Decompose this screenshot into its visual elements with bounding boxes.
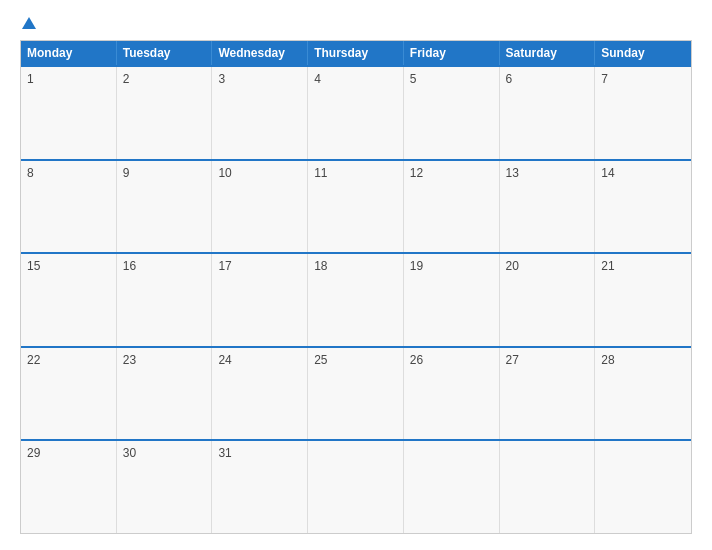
day-number: 19 <box>410 259 423 273</box>
logo-triangle-icon <box>22 17 36 29</box>
day-number: 13 <box>506 166 519 180</box>
calendar-day-header: Sunday <box>595 41 691 65</box>
day-number: 7 <box>601 72 608 86</box>
page-header <box>20 16 692 32</box>
day-number: 15 <box>27 259 40 273</box>
calendar-week-row: 891011121314 <box>21 159 691 253</box>
calendar-day-cell: 19 <box>404 254 500 346</box>
logo-top <box>20 16 36 32</box>
day-number: 3 <box>218 72 225 86</box>
day-number: 23 <box>123 353 136 367</box>
calendar-header: MondayTuesdayWednesdayThursdayFridaySatu… <box>21 41 691 65</box>
calendar-empty-cell <box>404 441 500 533</box>
day-number: 10 <box>218 166 231 180</box>
calendar-day-cell: 25 <box>308 348 404 440</box>
day-number: 11 <box>314 166 327 180</box>
calendar-week-row: 15161718192021 <box>21 252 691 346</box>
calendar-day-cell: 10 <box>212 161 308 253</box>
day-number: 1 <box>27 72 34 86</box>
calendar-day-header: Thursday <box>308 41 404 65</box>
day-number: 30 <box>123 446 136 460</box>
day-number: 9 <box>123 166 130 180</box>
calendar-day-cell: 6 <box>500 67 596 159</box>
calendar-day-cell: 9 <box>117 161 213 253</box>
calendar-day-cell: 8 <box>21 161 117 253</box>
day-number: 18 <box>314 259 327 273</box>
calendar-day-header: Monday <box>21 41 117 65</box>
day-number: 8 <box>27 166 34 180</box>
calendar-day-cell: 24 <box>212 348 308 440</box>
calendar-page: MondayTuesdayWednesdayThursdayFridaySatu… <box>0 0 712 550</box>
calendar-empty-cell <box>308 441 404 533</box>
calendar-day-cell: 17 <box>212 254 308 346</box>
calendar-day-header: Friday <box>404 41 500 65</box>
calendar-day-cell: 5 <box>404 67 500 159</box>
day-number: 24 <box>218 353 231 367</box>
day-number: 31 <box>218 446 231 460</box>
day-number: 22 <box>27 353 40 367</box>
calendar-day-cell: 13 <box>500 161 596 253</box>
day-number: 25 <box>314 353 327 367</box>
day-number: 12 <box>410 166 423 180</box>
day-number: 4 <box>314 72 321 86</box>
day-number: 6 <box>506 72 513 86</box>
calendar-empty-cell <box>500 441 596 533</box>
calendar-day-cell: 31 <box>212 441 308 533</box>
calendar-day-cell: 15 <box>21 254 117 346</box>
calendar-day-header: Saturday <box>500 41 596 65</box>
day-number: 27 <box>506 353 519 367</box>
day-number: 5 <box>410 72 417 86</box>
calendar-day-cell: 27 <box>500 348 596 440</box>
calendar-week-row: 22232425262728 <box>21 346 691 440</box>
calendar-day-header: Tuesday <box>117 41 213 65</box>
day-number: 26 <box>410 353 423 367</box>
calendar-day-cell: 26 <box>404 348 500 440</box>
calendar-day-cell: 16 <box>117 254 213 346</box>
day-number: 17 <box>218 259 231 273</box>
calendar-day-cell: 11 <box>308 161 404 253</box>
calendar-day-cell: 4 <box>308 67 404 159</box>
day-number: 21 <box>601 259 614 273</box>
calendar-day-cell: 23 <box>117 348 213 440</box>
calendar-day-cell: 12 <box>404 161 500 253</box>
day-number: 28 <box>601 353 614 367</box>
calendar-day-header: Wednesday <box>212 41 308 65</box>
calendar-day-cell: 21 <box>595 254 691 346</box>
calendar-day-cell: 29 <box>21 441 117 533</box>
day-number: 14 <box>601 166 614 180</box>
calendar-empty-cell <box>595 441 691 533</box>
calendar-day-cell: 18 <box>308 254 404 346</box>
day-number: 2 <box>123 72 130 86</box>
calendar-day-cell: 20 <box>500 254 596 346</box>
calendar-day-cell: 30 <box>117 441 213 533</box>
calendar-grid: MondayTuesdayWednesdayThursdayFridaySatu… <box>20 40 692 534</box>
calendar-body: 1234567891011121314151617181920212223242… <box>21 65 691 533</box>
calendar-day-cell: 1 <box>21 67 117 159</box>
calendar-day-cell: 2 <box>117 67 213 159</box>
calendar-day-cell: 14 <box>595 161 691 253</box>
day-number: 29 <box>27 446 40 460</box>
calendar-week-row: 1234567 <box>21 65 691 159</box>
calendar-day-cell: 3 <box>212 67 308 159</box>
calendar-week-row: 293031 <box>21 439 691 533</box>
calendar-day-cell: 28 <box>595 348 691 440</box>
day-number: 16 <box>123 259 136 273</box>
calendar-day-cell: 22 <box>21 348 117 440</box>
day-number: 20 <box>506 259 519 273</box>
logo <box>20 16 36 32</box>
calendar-day-cell: 7 <box>595 67 691 159</box>
